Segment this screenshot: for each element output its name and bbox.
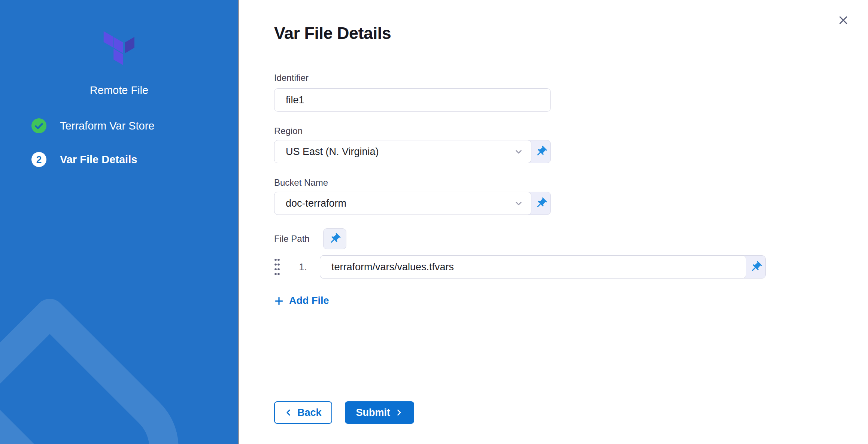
var-file-details-panel: Var File Details Identifier Region US Ea… [239,0,868,444]
pin-icon [535,145,547,158]
file-path-input-group [320,255,766,279]
file-path-row-runtime-input-pin-button[interactable] [746,256,765,278]
wizard-title: Remote File [0,84,238,97]
bucket-name-selected-value: doc-terraform [286,198,346,209]
step-complete-check-icon [31,118,46,133]
pin-icon [328,232,341,245]
pin-icon [750,261,762,273]
file-path-row: 1. [274,255,868,279]
wizard-footer: Back Submit [274,401,414,424]
close-icon [838,15,849,26]
region-runtime-input-pin-button[interactable] [531,140,550,163]
chevron-down-icon [514,147,523,156]
page-title: Var File Details [274,23,868,43]
file-path-label: File Path [274,234,310,244]
region-select[interactable]: US East (N. Virginia) [274,140,531,163]
region-selected-value: US East (N. Virginia) [286,146,379,158]
add-file-button[interactable]: Add File [274,295,329,307]
bucket-name-select-group: doc-terraform [274,192,551,215]
terraform-logo [102,29,136,65]
plus-icon [274,296,284,306]
bucket-name-label: Bucket Name [274,177,868,188]
bucket-name-runtime-input-pin-button[interactable] [531,192,550,215]
chevron-right-icon [395,408,403,417]
file-path-row-index: 1. [296,261,307,273]
file-path-header: File Path [274,228,868,249]
identifier-input[interactable] [274,88,551,112]
step-number-badge: 2 [31,152,46,167]
add-file-label: Add File [289,295,329,307]
file-path-runtime-input-pin-button[interactable] [323,228,346,249]
chevron-down-icon [514,198,523,208]
pin-icon [535,197,547,210]
drag-handle-icon[interactable] [274,258,281,276]
back-button[interactable]: Back [274,401,332,424]
submit-button[interactable]: Submit [345,401,415,424]
file-path-input[interactable] [320,255,746,279]
step-var-file-details[interactable]: 2 Var File Details [0,152,238,167]
chevron-left-icon [285,408,293,417]
close-button[interactable] [836,13,851,28]
step-label: Terraform Var Store [60,120,154,132]
region-select-group: US East (N. Virginia) [274,140,551,163]
step-label: Var File Details [60,153,137,166]
step-terraform-var-store[interactable]: Terraform Var Store [0,118,238,133]
region-label: Region [274,126,868,136]
wizard-sidebar: Remote File Terraform Var Store 2 Var Fi… [0,0,239,444]
var-file-details-modal: Remote File Terraform Var Store 2 Var Fi… [0,0,868,444]
submit-button-label: Submit [356,407,391,419]
bucket-name-select[interactable]: doc-terraform [274,192,531,215]
wizard-steps: Terraform Var Store 2 Var File Details [0,118,238,167]
back-button-label: Back [297,407,322,419]
identifier-label: Identifier [274,73,868,83]
